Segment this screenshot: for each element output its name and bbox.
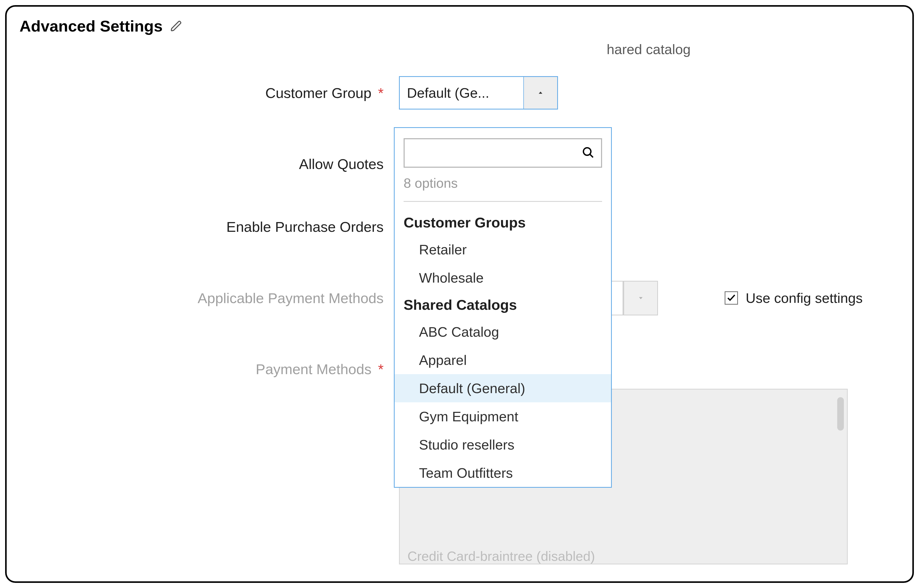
dropdown-option-selected[interactable]: Default (General): [395, 374, 611, 402]
label-customer-group: Customer Group *: [19, 85, 399, 101]
dropdown-options-count: 8 options: [395, 175, 611, 201]
payment-method-item: Credit Card-braintree (disabled): [407, 549, 595, 564]
svg-point-0: [583, 148, 591, 155]
dropdown-separator: [404, 201, 602, 202]
scrollbar-thumb[interactable]: [837, 397, 844, 431]
label-payment-methods-text: Payment Methods: [256, 361, 371, 377]
dropdown-option[interactable]: Wholesale: [395, 263, 611, 292]
row-customer-group: Customer Group * Default (Ge...: [19, 76, 900, 110]
search-icon[interactable]: [582, 146, 594, 160]
label-payment-methods: Payment Methods *: [19, 361, 399, 378]
dropdown-search-input[interactable]: [411, 145, 582, 161]
required-asterisk: *: [378, 361, 384, 377]
dropdown-option[interactable]: Gym Equipment: [395, 402, 611, 431]
checkbox-box[interactable]: [725, 291, 738, 305]
chevron-down-icon: [623, 281, 658, 315]
required-asterisk: *: [378, 85, 384, 101]
label-applicable-pm: Applicable Payment Methods: [19, 290, 399, 307]
advanced-settings-panel: Advanced Settings Customer Group * Defau…: [5, 5, 914, 583]
dropdown-option[interactable]: Team Outfitters: [395, 459, 611, 487]
use-config-label: Use config settings: [746, 290, 862, 306]
section-title: Advanced Settings: [19, 17, 900, 35]
dropdown-option[interactable]: Apparel: [395, 346, 611, 374]
customer-group-value: Default (Ge...: [400, 77, 524, 109]
use-config-checkbox[interactable]: Use config settings: [725, 290, 862, 306]
dropdown-search[interactable]: [404, 138, 602, 168]
dropdown-option[interactable]: Retailer: [395, 236, 611, 263]
customer-group-dropdown: 8 options Customer Groups Retailer Whole…: [394, 127, 612, 488]
label-customer-group-text: Customer Group: [265, 85, 371, 101]
shared-catalog-text-fragment: hared catalog: [607, 41, 691, 57]
label-allow-quotes: Allow Quotes: [19, 156, 399, 172]
customer-group-select[interactable]: Default (Ge...: [399, 76, 558, 110]
dropdown-group-customer-groups: Customer Groups: [395, 210, 611, 236]
dropdown-option[interactable]: ABC Catalog: [395, 318, 611, 346]
customer-group-toggle[interactable]: [524, 77, 557, 109]
section-title-text: Advanced Settings: [19, 17, 163, 35]
dropdown-group-shared-catalogs: Shared Catalogs: [395, 292, 611, 318]
edit-icon[interactable]: [170, 20, 183, 32]
label-enable-po: Enable Purchase Orders: [19, 218, 399, 235]
dropdown-option[interactable]: Studio resellers: [395, 431, 611, 459]
